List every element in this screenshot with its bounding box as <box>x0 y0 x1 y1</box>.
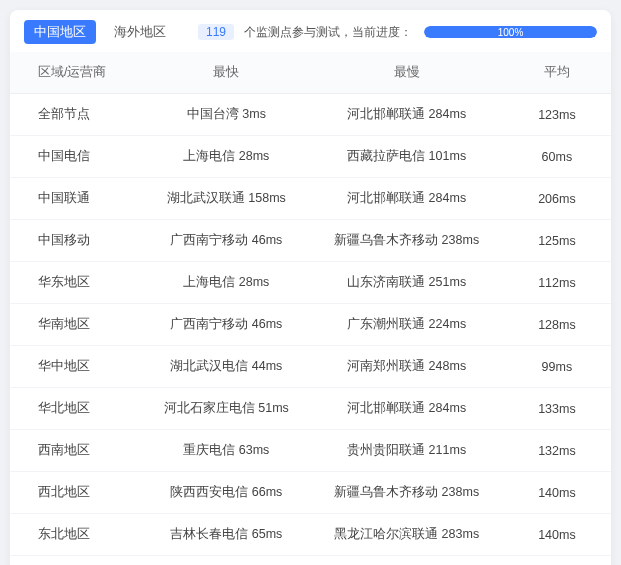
cell-average: 206ms <box>503 178 611 220</box>
cell-fastest: 广西南宁移动 46ms <box>142 220 310 262</box>
table-header-row: 区域/运营商 最快 最慢 平均 <box>10 52 611 94</box>
table-row[interactable]: 华东地区上海电信 28ms山东济南联通 251ms112ms <box>10 262 611 304</box>
cell-slowest: 贵州贵阳联通 211ms <box>310 430 502 472</box>
cell-slowest: 西藏拉萨电信 101ms <box>310 136 502 178</box>
table-row[interactable]: 全部节点中国台湾 3ms河北邯郸联通 284ms123ms <box>10 94 611 136</box>
cell-slowest: 河北邯郸联通 284ms <box>310 178 502 220</box>
cell-slowest: 黑龙江哈尔滨联通 283ms <box>310 514 502 556</box>
cell-average: 128ms <box>503 304 611 346</box>
table-row[interactable]: 西南地区重庆电信 63ms贵州贵阳联通 211ms132ms <box>10 430 611 472</box>
cell-slowest: 河南郑州联通 248ms <box>310 346 502 388</box>
cell-region: 华中地区 <box>10 346 142 388</box>
cell-region: 中国电信 <box>10 136 142 178</box>
progress-track: 100% <box>424 26 597 38</box>
cell-region: 全部节点 <box>10 94 142 136</box>
cell-fastest: 陕西西安电信 66ms <box>142 472 310 514</box>
cell-region: 华北地区 <box>10 388 142 430</box>
cell-average: 60ms <box>503 136 611 178</box>
cell-average: 3ms <box>503 556 611 566</box>
tab-china[interactable]: 中国地区 <box>24 20 96 44</box>
cell-average: 140ms <box>503 514 611 556</box>
col-slowest[interactable]: 最慢 <box>310 52 502 94</box>
cell-fastest: 中国台湾 3ms <box>142 556 310 566</box>
cell-slowest: 河北邯郸联通 284ms <box>310 94 502 136</box>
cell-fastest: 湖北武汉联通 158ms <box>142 178 310 220</box>
cell-region: 港澳台 <box>10 556 142 566</box>
cell-average: 123ms <box>503 94 611 136</box>
cell-average: 112ms <box>503 262 611 304</box>
cell-fastest: 重庆电信 63ms <box>142 430 310 472</box>
progress-bar: 100% <box>424 26 597 38</box>
cell-slowest: 山东济南联通 251ms <box>310 262 502 304</box>
cell-fastest: 湖北武汉电信 44ms <box>142 346 310 388</box>
table-row[interactable]: 东北地区吉林长春电信 65ms黑龙江哈尔滨联通 283ms140ms <box>10 514 611 556</box>
cell-slowest: 新疆乌鲁木齐移动 238ms <box>310 472 502 514</box>
cell-fastest: 中国台湾 3ms <box>142 94 310 136</box>
cell-slowest: 广东潮州联通 224ms <box>310 304 502 346</box>
cell-region: 中国移动 <box>10 220 142 262</box>
ping-results-card: 中国地区 海外地区 119 个监测点参与测试，当前进度： 100% 区域/运营商… <box>10 10 611 565</box>
cell-region: 西北地区 <box>10 472 142 514</box>
col-region[interactable]: 区域/运营商 <box>10 52 142 94</box>
cell-average: 125ms <box>503 220 611 262</box>
cell-average: 99ms <box>503 346 611 388</box>
cell-region: 华南地区 <box>10 304 142 346</box>
cell-average: 132ms <box>503 430 611 472</box>
results-table: 区域/运营商 最快 最慢 平均 全部节点中国台湾 3ms河北邯郸联通 284ms… <box>10 52 611 565</box>
tab-overseas[interactable]: 海外地区 <box>104 20 176 44</box>
cell-fastest: 上海电信 28ms <box>142 136 310 178</box>
cell-region: 中国联通 <box>10 178 142 220</box>
cell-slowest: 中国台湾 3ms <box>310 556 502 566</box>
col-fastest[interactable]: 最快 <box>142 52 310 94</box>
cell-average: 140ms <box>503 472 611 514</box>
node-count-badge: 119 <box>198 24 234 40</box>
table-row[interactable]: 中国联通湖北武汉联通 158ms河北邯郸联通 284ms206ms <box>10 178 611 220</box>
col-average[interactable]: 平均 <box>503 52 611 94</box>
cell-region: 西南地区 <box>10 430 142 472</box>
cell-fastest: 广西南宁移动 46ms <box>142 304 310 346</box>
table-row[interactable]: 中国电信上海电信 28ms西藏拉萨电信 101ms60ms <box>10 136 611 178</box>
cell-region: 华东地区 <box>10 262 142 304</box>
cell-fastest: 上海电信 28ms <box>142 262 310 304</box>
cell-slowest: 河北邯郸联通 284ms <box>310 388 502 430</box>
table-row[interactable]: 华北地区河北石家庄电信 51ms河北邯郸联通 284ms133ms <box>10 388 611 430</box>
table-row[interactable]: 华南地区广西南宁移动 46ms广东潮州联通 224ms128ms <box>10 304 611 346</box>
status-text: 个监测点参与测试，当前进度： <box>244 24 412 41</box>
table-row[interactable]: 港澳台中国台湾 3ms中国台湾 3ms3ms <box>10 556 611 566</box>
table-row[interactable]: 西北地区陕西西安电信 66ms新疆乌鲁木齐移动 238ms140ms <box>10 472 611 514</box>
cell-fastest: 吉林长春电信 65ms <box>142 514 310 556</box>
table-row[interactable]: 华中地区湖北武汉电信 44ms河南郑州联通 248ms99ms <box>10 346 611 388</box>
cell-region: 东北地区 <box>10 514 142 556</box>
cell-average: 133ms <box>503 388 611 430</box>
cell-fastest: 河北石家庄电信 51ms <box>142 388 310 430</box>
header-bar: 中国地区 海外地区 119 个监测点参与测试，当前进度： 100% <box>10 10 611 52</box>
table-row[interactable]: 中国移动广西南宁移动 46ms新疆乌鲁木齐移动 238ms125ms <box>10 220 611 262</box>
cell-slowest: 新疆乌鲁木齐移动 238ms <box>310 220 502 262</box>
